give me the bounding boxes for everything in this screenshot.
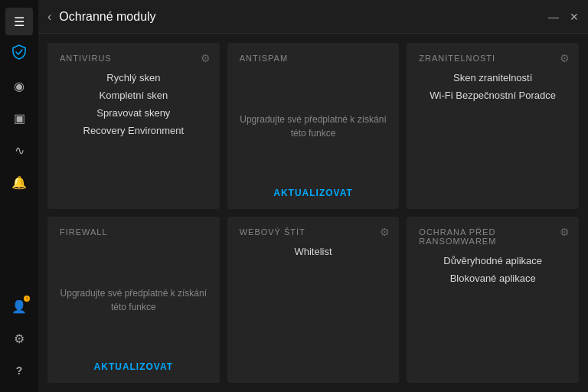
webshield-items: Whitelist [240, 246, 387, 257]
titlebar: ‹ Ochranné moduly — ✕ [38, 0, 588, 34]
antispam-header: ANTISPAM [240, 54, 387, 63]
sidebar-item-menu[interactable]: ☰ [5, 8, 33, 35]
webshield-module: WEBOVÝ ŠTÍT ⚙ Whitelist [227, 217, 400, 383]
antivirus-header: ANTIVIRUS [60, 54, 207, 63]
firewall-header: FIREWALL [60, 227, 207, 237]
eye-icon: ◉ [14, 79, 24, 93]
main-content: ‹ Ochranné moduly — ✕ ANTIVIRUS ⚙ Rychlý… [38, 0, 588, 392]
help-icon: ? [16, 364, 23, 377]
sidebar-item-user[interactable]: 👤 ! [5, 292, 33, 320]
window-controls: — ✕ [548, 11, 579, 23]
page-title: Ochranné moduly [59, 10, 541, 24]
firewall-upgrade-text: Upgradujte své předplatné k získání této… [60, 246, 207, 354]
sidebar-item-bell[interactable]: 🔔 [5, 168, 33, 196]
full-scan-button[interactable]: Kompletní sken [60, 90, 207, 101]
quick-scan-button[interactable]: Rychlý sken [60, 72, 207, 83]
antivirus-module: ANTIVIRUS ⚙ Rychlý sken Kompletní sken S… [47, 43, 220, 209]
recovery-environment-button[interactable]: Recovery Environment [60, 125, 207, 136]
menu-icon: ☰ [14, 15, 24, 29]
modules-grid: ANTIVIRUS ⚙ Rychlý sken Kompletní sken S… [38, 34, 588, 392]
warning-badge: ! [24, 296, 30, 302]
antispam-upgrade-text: Upgradujte své předplatné k získání této… [240, 72, 387, 180]
tv-icon: ▣ [14, 111, 25, 126]
webshield-settings-icon[interactable]: ⚙ [380, 226, 390, 238]
bell-icon: 🔔 [11, 175, 27, 190]
vulnerabilities-header: ZRANITELNOSTI [419, 54, 567, 63]
gear-icon: ⚙ [14, 332, 24, 346]
vulnerabilities-settings-icon[interactable]: ⚙ [560, 52, 570, 64]
sidebar-item-help[interactable]: ? [5, 357, 33, 384]
sidebar-item-tv[interactable]: ▣ [5, 104, 33, 132]
trusted-apps-button[interactable]: Důvěryhodné aplikace [419, 255, 567, 266]
webshield-header: WEBOVÝ ŠTÍT [240, 227, 387, 237]
sidebar-item-shield[interactable] [5, 40, 33, 67]
sidebar-item-pulse[interactable]: ∿ [5, 136, 33, 164]
sidebar: ☰ ◉ ▣ ∿ 🔔 👤 ! ⚙ ? [0, 0, 38, 392]
pulse-icon: ∿ [15, 143, 24, 158]
ransomware-module: OCHRANA PŘED RANSOMWAREM ⚙ Důvěryhodné a… [407, 217, 579, 383]
firewall-module: FIREWALL Upgradujte své předplatné k zís… [47, 217, 220, 383]
sidebar-item-eye[interactable]: ◉ [5, 72, 33, 100]
back-button[interactable]: ‹ [47, 10, 51, 24]
blocked-apps-button[interactable]: Blokované aplikace [419, 273, 567, 284]
whitelist-button[interactable]: Whitelist [240, 246, 387, 257]
ransomware-items: Důvěryhodné aplikace Blokované aplikace [419, 255, 567, 284]
minimize-button[interactable]: — [548, 11, 559, 23]
close-button[interactable]: ✕ [570, 11, 579, 23]
firewall-upgrade-link[interactable]: AKTUALIZOVAT [60, 361, 207, 372]
sidebar-item-settings[interactable]: ⚙ [5, 325, 33, 352]
shield-icon [12, 44, 26, 63]
antispam-module: ANTISPAM Upgradujte své předplatné k zís… [227, 43, 400, 209]
manage-scans-button[interactable]: Spravovat skeny [60, 107, 207, 119]
wifi-advisor-button[interactable]: Wi-Fi Bezpečnostní Poradce [419, 90, 567, 101]
vulnerabilities-module: ZRANITELNOSTI ⚙ Sken zranitelností Wi-Fi… [407, 43, 579, 209]
antivirus-settings-icon[interactable]: ⚙ [201, 52, 211, 64]
antispam-upgrade-link[interactable]: AKTUALIZOVAT [240, 188, 387, 198]
vulnerability-scan-button[interactable]: Sken zranitelností [419, 72, 567, 83]
ransomware-header: OCHRANA PŘED RANSOMWAREM [419, 227, 567, 246]
antivirus-items: Rychlý sken Kompletní sken Spravovat ske… [60, 72, 207, 136]
vulnerabilities-items: Sken zranitelností Wi-Fi Bezpečnostní Po… [419, 72, 567, 101]
ransomware-settings-icon[interactable]: ⚙ [560, 226, 570, 238]
